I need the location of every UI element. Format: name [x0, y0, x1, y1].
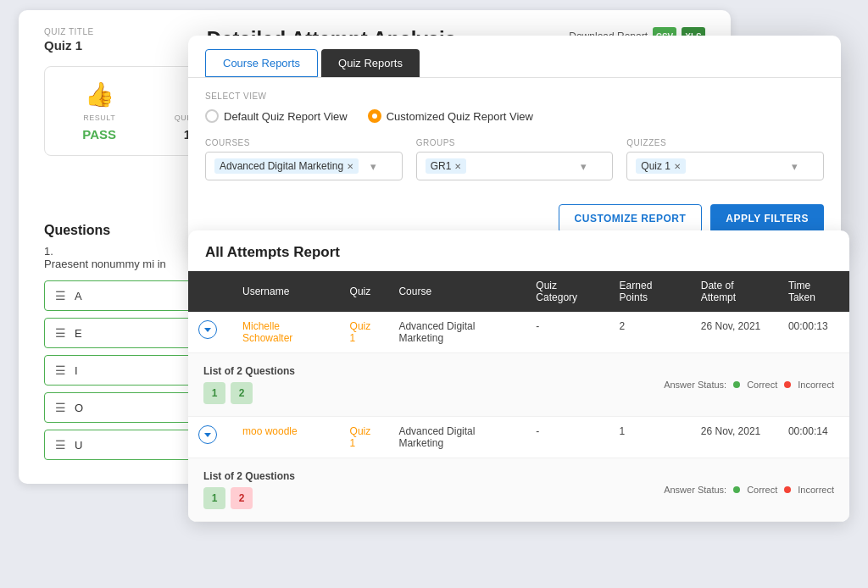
- time-cell-1: 00:00:13: [778, 312, 849, 353]
- quizzes-filter-group: QUIZZES Quiz 1 ✕ ▾: [626, 138, 824, 180]
- radio-group: Default Quiz Report View Customized Quiz…: [205, 109, 824, 123]
- answer-status-label: Answer Status:: [664, 380, 726, 390]
- courses-select[interactable]: Advanced Digital Marketing ✕ ▾: [205, 152, 403, 180]
- question-badges-2: 1 2: [203, 487, 295, 509]
- col-date: Date of Attempt: [691, 271, 778, 312]
- points-cell-2: 1: [609, 417, 691, 458]
- result-value: PASS: [82, 127, 116, 141]
- stat-result: 👍 RESULT PASS: [82, 80, 116, 141]
- radio-custom-circle: [368, 109, 381, 123]
- result-icon: 👍: [85, 80, 114, 108]
- result-label: RESULT: [83, 114, 115, 122]
- tab-quiz-reports[interactable]: Quiz Reports: [321, 49, 420, 77]
- username-link-1[interactable]: Michelle Schowalter: [242, 320, 292, 344]
- expanded-row-1: List of 2 Questions 1 2 Answer Status: C…: [188, 353, 849, 417]
- answer-icon: ☰: [55, 438, 66, 452]
- points-cell-1: 2: [609, 312, 691, 353]
- quiz-title-label: QUIZ TITLE: [44, 27, 94, 36]
- quizzes-chevron-icon: ▾: [792, 160, 798, 173]
- expanded-cell-2: List of 2 Questions 1 2 Answer Status: C…: [188, 458, 849, 522]
- filters-row: COURSES Advanced Digital Marketing ✕ ▾ G…: [205, 138, 824, 180]
- course-cell-2: Advanced Digital Marketing: [388, 417, 526, 458]
- chevron-down-icon: [204, 433, 211, 437]
- q-badge-1-2[interactable]: 2: [231, 382, 253, 404]
- table-row: moo woodle Quiz 1 Advanced Digital Marke…: [188, 417, 849, 458]
- q-badge-2-1[interactable]: 1: [203, 487, 225, 509]
- incorrect-dot: [784, 381, 791, 388]
- groups-label: GROUPS: [416, 138, 614, 147]
- quiz-title-value: Quiz 1: [44, 38, 94, 53]
- q-badge-2-2[interactable]: 2: [231, 487, 253, 509]
- tab-course-reports[interactable]: Course Reports: [205, 49, 318, 77]
- incorrect-dot: [784, 486, 791, 493]
- col-category: Quiz Category: [526, 271, 609, 312]
- radio-custom-label: Customized Quiz Report View: [387, 110, 533, 123]
- quizzes-tag: Quiz 1 ✕: [636, 158, 686, 174]
- courses-filter-group: COURSES Advanced Digital Marketing ✕ ▾: [205, 138, 403, 180]
- courses-label: COURSES: [205, 138, 403, 147]
- filter-section: SELECT VIEW Default Quiz Report View Cus…: [188, 78, 841, 194]
- answer-status-label: Answer Status:: [664, 485, 726, 495]
- groups-chevron-icon: ▾: [581, 160, 587, 173]
- col-points: Earned Points: [609, 271, 691, 312]
- category-cell-2: -: [526, 417, 609, 458]
- col-username-label: Username: [232, 271, 340, 312]
- incorrect-label: Incorrect: [798, 485, 834, 495]
- radio-default[interactable]: Default Quiz Report View: [205, 109, 348, 123]
- select-view-label: SELECT VIEW: [205, 92, 824, 101]
- expand-row-2-button[interactable]: [198, 425, 217, 444]
- answer-icon: ☰: [55, 401, 66, 414]
- category-cell-1: -: [526, 312, 609, 353]
- correct-dot: [733, 486, 740, 493]
- incorrect-label: Incorrect: [798, 380, 834, 390]
- quizzes-select[interactable]: Quiz 1 ✕ ▾: [626, 152, 824, 180]
- radio-custom[interactable]: Customized Quiz Report View: [368, 109, 533, 123]
- q-badge-1-1[interactable]: 1: [203, 382, 225, 404]
- groups-select[interactable]: GR1 ✕ ▾: [416, 152, 614, 180]
- correct-label: Correct: [747, 485, 777, 495]
- groups-tag: GR1 ✕: [426, 158, 467, 174]
- questions-count-2: List of 2 Questions: [203, 470, 295, 482]
- customize-report-button[interactable]: CUSTOMIZE REPORT: [559, 204, 703, 233]
- quiz-cell-2: Quiz 1: [340, 417, 389, 458]
- expand-cell-2: [188, 417, 232, 458]
- groups-tag-close[interactable]: ✕: [454, 162, 461, 171]
- questions-count-1: List of 2 Questions: [203, 365, 295, 377]
- quiz-link-1[interactable]: Quiz 1: [350, 320, 371, 344]
- answer-status-1: Answer Status: Correct Incorrect: [664, 380, 834, 390]
- quiz-cell-1: Quiz 1: [340, 312, 389, 353]
- tabs-bar: Course Reports Quiz Reports: [188, 36, 841, 78]
- answer-icon: ☰: [55, 326, 66, 340]
- radio-inner: [372, 114, 377, 119]
- quiz-title-block: QUIZ TITLE Quiz 1: [44, 27, 94, 53]
- time-cell-2: 00:00:14: [778, 417, 849, 458]
- correct-dot: [733, 381, 740, 388]
- filter-card: Course Reports Quiz Reports SELECT VIEW …: [188, 36, 841, 247]
- answer-icon: ☰: [55, 363, 66, 377]
- username-cell-1: Michelle Schowalter: [232, 312, 340, 353]
- attempts-card: All Attempts Report Username Quiz Course…: [188, 230, 849, 522]
- course-cell-1: Advanced Digital Marketing: [388, 312, 526, 353]
- col-quiz: Quiz: [340, 271, 389, 312]
- apply-filters-button[interactable]: APPLY FILTERS: [710, 204, 824, 233]
- date-cell-2: 26 Nov, 2021: [691, 417, 778, 458]
- radio-default-label: Default Quiz Report View: [224, 110, 348, 123]
- correct-label: Correct: [747, 380, 777, 390]
- table-body: Michelle Schowalter Quiz 1 Advanced Digi…: [188, 312, 849, 522]
- quiz-link-2[interactable]: Quiz 1: [350, 425, 371, 449]
- chevron-down-icon: [204, 328, 211, 332]
- groups-filter-group: GROUPS GR1 ✕ ▾: [416, 138, 614, 180]
- username-cell-2: moo woodle: [232, 417, 340, 458]
- table-header: Username Quiz Course Quiz Category Earne…: [188, 271, 849, 312]
- expand-row-1-button[interactable]: [198, 320, 217, 339]
- attempts-title: All Attempts Report: [188, 230, 849, 271]
- courses-tag-close[interactable]: ✕: [347, 162, 353, 171]
- answer-icon: ☰: [55, 289, 66, 302]
- username-link-2[interactable]: moo woodle: [242, 425, 298, 437]
- quizzes-label: QUIZZES: [626, 138, 824, 147]
- col-time: Time Taken: [778, 271, 849, 312]
- courses-chevron-icon: ▾: [370, 160, 376, 173]
- col-course: Course: [388, 271, 526, 312]
- radio-default-circle: [205, 109, 219, 123]
- quizzes-tag-close[interactable]: ✕: [674, 162, 681, 171]
